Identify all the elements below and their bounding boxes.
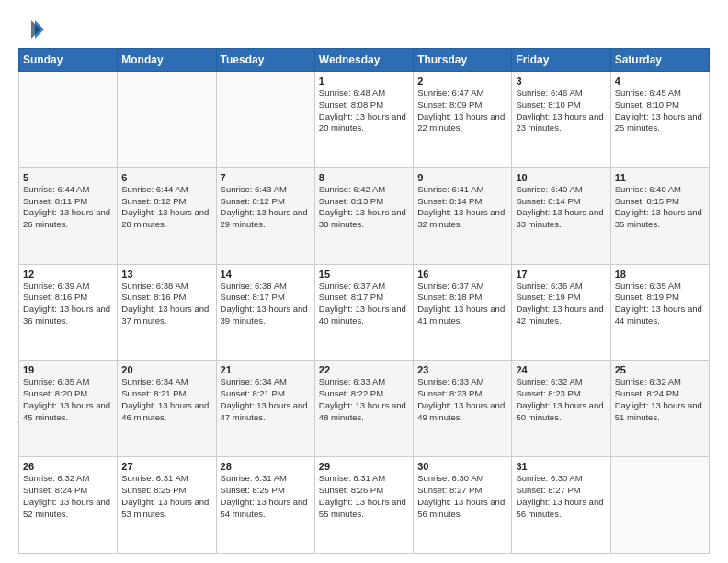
calendar-cell: 27Sunrise: 6:31 AM Sunset: 8:25 PM Dayli… — [118, 457, 216, 554]
calendar-table: SundayMondayTuesdayWednesdayThursdayFrid… — [18, 48, 710, 554]
calendar-cell: 19Sunrise: 6:35 AM Sunset: 8:20 PM Dayli… — [19, 361, 118, 457]
day-info: Sunrise: 6:35 AM Sunset: 8:19 PM Dayligh… — [615, 281, 705, 327]
calendar-cell: 11Sunrise: 6:40 AM Sunset: 8:15 PM Dayli… — [610, 167, 709, 264]
calendar-cell: 6Sunrise: 6:44 AM Sunset: 8:12 PM Daylig… — [118, 167, 216, 264]
calendar-cell — [610, 457, 709, 554]
day-number: 8 — [319, 172, 409, 183]
calendar-cell: 5Sunrise: 6:44 AM Sunset: 8:11 PM Daylig… — [19, 167, 118, 264]
calendar-cell: 22Sunrise: 6:33 AM Sunset: 8:22 PM Dayli… — [314, 361, 413, 457]
calendar-cell: 8Sunrise: 6:42 AM Sunset: 8:13 PM Daylig… — [314, 167, 413, 264]
week-row-4: 19Sunrise: 6:35 AM Sunset: 8:20 PM Dayli… — [19, 361, 710, 457]
weekday-header-wednesday: Wednesday — [314, 49, 413, 72]
day-number: 31 — [516, 461, 606, 472]
calendar-cell: 29Sunrise: 6:31 AM Sunset: 8:26 PM Dayli… — [314, 457, 413, 554]
calendar-cell: 25Sunrise: 6:32 AM Sunset: 8:24 PM Dayli… — [610, 361, 709, 457]
day-number: 26 — [23, 461, 113, 472]
day-info: Sunrise: 6:42 AM Sunset: 8:13 PM Dayligh… — [319, 184, 409, 231]
day-number: 30 — [417, 461, 507, 472]
day-info: Sunrise: 6:36 AM Sunset: 8:19 PM Dayligh… — [516, 281, 606, 327]
calendar-cell: 30Sunrise: 6:30 AM Sunset: 8:27 PM Dayli… — [414, 457, 512, 554]
calendar-cell: 4Sunrise: 6:45 AM Sunset: 8:10 PM Daylig… — [610, 72, 709, 168]
day-number: 21 — [221, 364, 311, 375]
week-row-5: 26Sunrise: 6:32 AM Sunset: 8:24 PM Dayli… — [19, 457, 710, 554]
day-number: 27 — [121, 461, 211, 472]
day-info: Sunrise: 6:40 AM Sunset: 8:15 PM Dayligh… — [615, 184, 705, 231]
calendar-cell: 16Sunrise: 6:37 AM Sunset: 8:18 PM Dayli… — [414, 264, 512, 361]
day-info: Sunrise: 6:43 AM Sunset: 8:12 PM Dayligh… — [221, 184, 311, 231]
day-info: Sunrise: 6:46 AM Sunset: 8:10 PM Dayligh… — [516, 87, 606, 134]
day-info: Sunrise: 6:31 AM Sunset: 8:26 PM Dayligh… — [319, 473, 409, 520]
weekday-header-friday: Friday — [512, 49, 610, 72]
calendar-cell: 15Sunrise: 6:37 AM Sunset: 8:17 PM Dayli… — [314, 264, 413, 361]
weekday-header-sunday: Sunday — [19, 49, 118, 72]
day-number: 1 — [319, 75, 409, 86]
day-info: Sunrise: 6:31 AM Sunset: 8:25 PM Dayligh… — [121, 473, 211, 520]
calendar-cell: 13Sunrise: 6:38 AM Sunset: 8:16 PM Dayli… — [118, 264, 216, 361]
header — [18, 17, 710, 42]
calendar-cell: 9Sunrise: 6:41 AM Sunset: 8:14 PM Daylig… — [414, 167, 512, 264]
calendar-cell — [118, 72, 216, 168]
day-number: 20 — [121, 364, 211, 375]
calendar-cell: 24Sunrise: 6:32 AM Sunset: 8:23 PM Dayli… — [512, 361, 610, 457]
day-info: Sunrise: 6:39 AM Sunset: 8:16 PM Dayligh… — [23, 281, 113, 327]
logo — [18, 17, 48, 42]
day-number: 28 — [221, 461, 311, 472]
calendar-cell — [216, 72, 314, 168]
day-number: 3 — [516, 75, 606, 86]
calendar-cell: 26Sunrise: 6:32 AM Sunset: 8:24 PM Dayli… — [19, 457, 118, 554]
day-info: Sunrise: 6:32 AM Sunset: 8:24 PM Dayligh… — [615, 376, 705, 423]
day-info: Sunrise: 6:32 AM Sunset: 8:23 PM Dayligh… — [516, 376, 606, 423]
calendar-cell: 20Sunrise: 6:34 AM Sunset: 8:21 PM Dayli… — [118, 361, 216, 457]
calendar-cell — [19, 72, 118, 168]
day-info: Sunrise: 6:40 AM Sunset: 8:14 PM Dayligh… — [516, 184, 606, 231]
calendar-cell: 1Sunrise: 6:48 AM Sunset: 8:08 PM Daylig… — [314, 72, 413, 168]
day-info: Sunrise: 6:33 AM Sunset: 8:23 PM Dayligh… — [417, 376, 507, 423]
day-number: 25 — [615, 364, 705, 375]
week-row-2: 5Sunrise: 6:44 AM Sunset: 8:11 PM Daylig… — [19, 167, 710, 264]
day-info: Sunrise: 6:41 AM Sunset: 8:14 PM Dayligh… — [417, 184, 507, 231]
day-info: Sunrise: 6:34 AM Sunset: 8:21 PM Dayligh… — [121, 376, 211, 423]
calendar-cell: 18Sunrise: 6:35 AM Sunset: 8:19 PM Dayli… — [610, 264, 709, 361]
day-info: Sunrise: 6:35 AM Sunset: 8:20 PM Dayligh… — [23, 376, 113, 423]
weekday-header-thursday: Thursday — [414, 49, 512, 72]
day-number: 22 — [319, 364, 409, 375]
day-info: Sunrise: 6:44 AM Sunset: 8:11 PM Dayligh… — [23, 184, 113, 231]
calendar-cell: 31Sunrise: 6:30 AM Sunset: 8:27 PM Dayli… — [512, 457, 610, 554]
day-number: 13 — [121, 269, 211, 280]
day-number: 7 — [221, 172, 311, 183]
day-number: 23 — [417, 364, 507, 375]
day-info: Sunrise: 6:48 AM Sunset: 8:08 PM Dayligh… — [319, 87, 409, 134]
day-number: 6 — [121, 172, 211, 183]
day-number: 14 — [221, 269, 311, 280]
logo-icon — [18, 17, 44, 42]
calendar-cell: 23Sunrise: 6:33 AM Sunset: 8:23 PM Dayli… — [414, 361, 512, 457]
day-info: Sunrise: 6:37 AM Sunset: 8:18 PM Dayligh… — [417, 281, 507, 327]
weekday-header-row: SundayMondayTuesdayWednesdayThursdayFrid… — [19, 49, 710, 72]
day-info: Sunrise: 6:37 AM Sunset: 8:17 PM Dayligh… — [319, 281, 409, 327]
week-row-1: 1Sunrise: 6:48 AM Sunset: 8:08 PM Daylig… — [19, 72, 710, 168]
calendar-cell: 10Sunrise: 6:40 AM Sunset: 8:14 PM Dayli… — [512, 167, 610, 264]
day-info: Sunrise: 6:31 AM Sunset: 8:25 PM Dayligh… — [221, 473, 311, 520]
calendar-cell: 7Sunrise: 6:43 AM Sunset: 8:12 PM Daylig… — [216, 167, 314, 264]
calendar-cell: 14Sunrise: 6:38 AM Sunset: 8:17 PM Dayli… — [216, 264, 314, 361]
day-info: Sunrise: 6:34 AM Sunset: 8:21 PM Dayligh… — [221, 376, 311, 423]
day-number: 16 — [417, 269, 507, 280]
day-number: 2 — [417, 75, 507, 86]
calendar-cell: 2Sunrise: 6:47 AM Sunset: 8:09 PM Daylig… — [414, 72, 512, 168]
day-number: 5 — [23, 172, 113, 183]
day-number: 4 — [615, 75, 705, 86]
day-number: 19 — [23, 364, 113, 375]
day-number: 10 — [516, 172, 606, 183]
day-number: 15 — [319, 269, 409, 280]
day-number: 29 — [319, 461, 409, 472]
day-info: Sunrise: 6:47 AM Sunset: 8:09 PM Dayligh… — [417, 87, 507, 134]
page: SundayMondayTuesdayWednesdayThursdayFrid… — [0, 0, 728, 563]
week-row-3: 12Sunrise: 6:39 AM Sunset: 8:16 PM Dayli… — [19, 264, 710, 361]
day-number: 24 — [516, 364, 606, 375]
day-number: 9 — [417, 172, 507, 183]
day-number: 12 — [23, 269, 113, 280]
day-info: Sunrise: 6:30 AM Sunset: 8:27 PM Dayligh… — [417, 473, 507, 520]
calendar-cell: 3Sunrise: 6:46 AM Sunset: 8:10 PM Daylig… — [512, 72, 610, 168]
day-number: 11 — [615, 172, 705, 183]
day-number: 18 — [615, 269, 705, 280]
